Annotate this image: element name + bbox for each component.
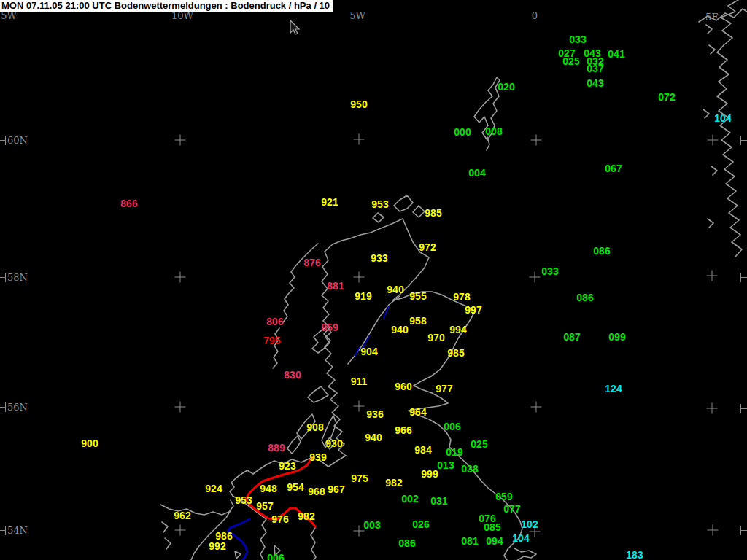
graticule-cross <box>707 403 718 414</box>
latitude-tick-dash <box>0 407 5 408</box>
latitude-tick-bar <box>740 273 741 282</box>
station-pressure-value: 950 <box>350 98 367 110</box>
graticule-cross <box>354 526 365 537</box>
station-pressure-value: 006 <box>267 552 284 560</box>
map-canvas <box>0 0 747 560</box>
station-pressure-value: 968 <box>308 486 325 497</box>
station-pressure-value: 025 <box>471 438 487 450</box>
graticule-cross <box>175 525 186 536</box>
station-pressure-value: 962 <box>174 510 190 521</box>
station-pressure-value: 043 <box>587 77 603 89</box>
latitude-tick-bar <box>740 404 741 413</box>
station-pressure-value: 985 <box>447 347 464 359</box>
station-pressure-value: 975 <box>351 472 368 484</box>
weather-map-screen: MON 07.11.05 21:00 UTC Bodenwettermeldun… <box>0 0 747 560</box>
graticule-cross <box>354 272 365 283</box>
station-pressure-value: 954 <box>287 481 303 493</box>
station-pressure-value: 020 <box>498 81 514 93</box>
station-pressure-value: 072 <box>658 91 675 103</box>
station-pressure-value: 970 <box>427 332 444 343</box>
station-pressure-value: 859 <box>321 322 338 333</box>
station-pressure-value: 031 <box>430 495 447 507</box>
station-pressure-value: 978 <box>453 291 470 303</box>
station-pressure-value: 104 <box>714 112 731 124</box>
title-bar: MON 07.11.05 21:00 UTC Bodenwettermeldun… <box>0 0 333 12</box>
station-pressure-value: 025 <box>562 55 579 67</box>
graticule-cross <box>175 402 186 413</box>
graticule-cross <box>354 134 365 145</box>
latitude-tick-bar <box>5 136 6 145</box>
graticule-cross <box>708 135 719 146</box>
graticule-cross <box>175 272 186 283</box>
station-pressure-value: 911 <box>351 376 368 387</box>
graticule-cross <box>354 401 365 412</box>
station-pressure-value: 933 <box>371 252 387 264</box>
latitude-tick-dash <box>741 530 747 531</box>
station-pressure-value: 985 <box>425 207 441 219</box>
graticule-cross <box>707 271 718 281</box>
station-pressure-value: 904 <box>360 346 377 357</box>
station-pressure-value: 889 <box>268 442 285 454</box>
longitude-label: 0 <box>532 10 538 21</box>
station-pressure-value: 026 <box>412 518 429 530</box>
station-pressure-value: 806 <box>266 316 283 327</box>
latitude-label: 54N <box>7 526 28 535</box>
station-pressure-value: 000 <box>454 126 471 138</box>
station-pressure-value: 102 <box>521 518 538 530</box>
latitude-label: 58N <box>7 273 28 282</box>
coastline-norway-islands <box>703 25 717 228</box>
longitude-label: 5W <box>349 10 365 21</box>
station-pressure-value: 019 <box>446 446 462 458</box>
station-pressure-value: 940 <box>387 284 403 295</box>
coastline-mull <box>308 386 328 402</box>
station-pressure-value: 940 <box>391 324 408 335</box>
station-pressure-value: 087 <box>563 331 580 343</box>
station-pressure-value: 930 <box>325 438 342 449</box>
station-pressure-value: 006 <box>444 421 460 432</box>
coastline-scotland-england-east <box>325 219 522 560</box>
station-pressure-value: 994 <box>449 324 466 335</box>
station-pressure-value: 086 <box>593 245 610 257</box>
latitude-tick-dash <box>741 408 747 409</box>
station-pressure-value: 958 <box>409 315 426 327</box>
station-pressure-value: 086 <box>398 537 415 549</box>
station-pressure-value: 033 <box>569 34 586 45</box>
station-pressure-value: 955 <box>409 290 426 302</box>
coastline-england-nw <box>311 528 316 560</box>
station-pressure-value: 033 <box>541 265 558 277</box>
station-pressure-value: 041 <box>608 48 624 60</box>
station-pressure-value: 876 <box>303 257 320 268</box>
graticule-cross <box>531 402 542 413</box>
coastline-islay-jura <box>287 414 315 454</box>
station-pressure-value: 085 <box>484 521 500 533</box>
coastline-shetland <box>474 77 500 150</box>
latitude-label: 56N <box>7 402 28 412</box>
station-pressure-value: 997 <box>465 304 481 316</box>
station-pressure-value: 919 <box>355 290 371 302</box>
station-pressure-value: 976 <box>271 513 288 525</box>
latitude-tick-bar <box>5 526 6 535</box>
station-pressure-value: 124 <box>605 383 622 394</box>
station-pressure-value: 067 <box>605 163 622 174</box>
station-pressure-value: 059 <box>495 491 512 502</box>
graticule-cross <box>530 272 541 283</box>
station-pressure-value: 939 <box>309 451 326 463</box>
latitude-tick-bar <box>740 526 741 535</box>
station-pressure-value: 957 <box>256 500 273 512</box>
station-pressure-value: 866 <box>120 198 137 209</box>
station-pressure-value: 086 <box>576 292 593 303</box>
latitude-tick-dash <box>0 277 5 278</box>
station-pressure-value: 992 <box>209 540 225 552</box>
station-pressure-value: 881 <box>327 280 344 292</box>
station-pressure-value: 081 <box>461 535 478 547</box>
station-pressure-value: 960 <box>395 381 411 392</box>
latitude-tick-bar <box>5 402 6 412</box>
station-pressure-value: 008 <box>485 125 502 137</box>
latitude-label: 60N <box>7 136 28 145</box>
station-pressure-value: 964 <box>409 406 426 418</box>
station-pressure-value: 921 <box>321 196 338 208</box>
station-pressure-value: 967 <box>328 483 344 495</box>
station-pressure-value: 953 <box>235 494 252 506</box>
station-pressure-value: 972 <box>419 241 436 253</box>
station-pressure-value: 013 <box>437 459 454 471</box>
